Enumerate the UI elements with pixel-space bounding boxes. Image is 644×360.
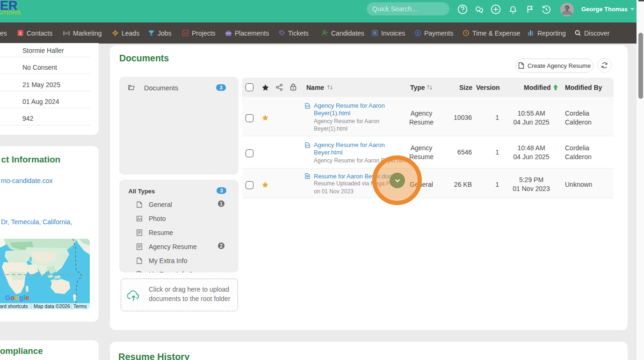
svg-text:W: W [306,175,309,178]
svg-text:<>: <> [306,144,310,147]
svg-text:?: ? [564,4,569,13]
svg-text:$: $ [417,31,419,36]
svg-text:Map data ©2026: Map data ©2026 [34,303,70,309]
svg-text:Google: Google [5,294,29,301]
svg-text:Terms: Terms [73,303,87,309]
svg-text:Keyboard shortcuts: Keyboard shortcuts [0,303,28,309]
svg-text:<>: <> [306,104,310,107]
